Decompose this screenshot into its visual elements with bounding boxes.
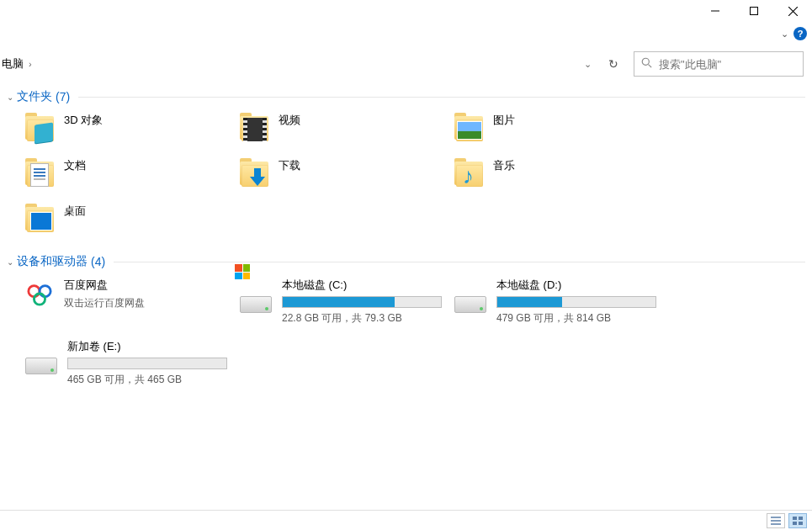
folder-downloads[interactable]: 下载 <box>238 158 453 190</box>
drive-c[interactable]: 本地磁盘 (C:) 22.8 GB 可用，共 79.3 GB <box>238 278 453 326</box>
drive-label: 本地磁盘 (C:) <box>282 278 446 293</box>
usage-bar <box>282 296 442 308</box>
search-icon <box>641 57 652 71</box>
svg-rect-8 <box>799 522 803 525</box>
maximize-button[interactable] <box>735 0 773 22</box>
usage-bar <box>496 296 656 308</box>
drive-e[interactable]: 新加卷 (E:) 465 GB 可用，共 465 GB <box>24 339 238 387</box>
desktop-icon <box>24 204 56 236</box>
drive-subtext: 双击运行百度网盘 <box>64 296 228 310</box>
search-box[interactable] <box>634 51 804 77</box>
drive-label: 百度网盘 <box>64 278 228 293</box>
folder-label: 3D 对象 <box>64 113 103 128</box>
content-area: ⌄ 文件夹 (7) 3D 对象 视频 图片 <box>7 84 805 506</box>
chevron-down-icon: ⌄ <box>7 257 13 267</box>
folder-pictures[interactable]: 图片 <box>453 113 667 145</box>
folder-desktop[interactable]: 桌面 <box>24 204 238 236</box>
drive-usage: 465 GB 可用，共 465 GB <box>67 373 231 387</box>
ribbon-tools: ⌄ ? <box>781 27 807 40</box>
local-disk-icon <box>238 278 273 313</box>
group-divider <box>78 97 805 98</box>
usage-bar-fill <box>497 297 562 307</box>
folder-label: 音乐 <box>493 158 515 173</box>
group-folders-header[interactable]: ⌄ 文件夹 (7) <box>7 89 805 104</box>
pictures-icon <box>453 113 485 145</box>
breadcrumb-separator-icon: › <box>29 59 32 69</box>
chevron-down-icon: ⌄ <box>7 93 13 102</box>
address-dropdown-icon[interactable]: ⌄ <box>584 59 592 70</box>
svg-rect-7 <box>793 522 797 525</box>
close-button[interactable] <box>773 0 812 22</box>
address-bar: 电脑 › ⌄ ↻ <box>0 50 804 77</box>
downloads-icon <box>238 158 270 190</box>
ribbon-collapse-icon[interactable]: ⌄ <box>781 29 788 40</box>
drive-usage: 479 GB 可用，共 814 GB <box>496 311 661 326</box>
svg-rect-5 <box>793 517 797 520</box>
group-folders-count: (7) <box>56 90 70 103</box>
breadcrumb[interactable]: 电脑 › <box>0 56 584 72</box>
breadcrumb-crumb[interactable]: 电脑 <box>2 56 24 72</box>
view-large-icons-button[interactable] <box>788 513 807 528</box>
drives-grid: 百度网盘 双击运行百度网盘 本地磁盘 (C:) 22.8 GB 可用，共 79.… <box>24 278 805 387</box>
folder-label: 桌面 <box>64 204 86 219</box>
status-bar <box>0 510 812 530</box>
documents-icon <box>24 158 56 190</box>
group-divider <box>114 262 805 262</box>
minimize-button[interactable] <box>696 0 735 22</box>
drive-d[interactable]: 本地磁盘 (D:) 479 GB 可用，共 814 GB <box>453 278 667 326</box>
usage-bar-fill <box>283 297 395 307</box>
view-details-button[interactable] <box>767 513 785 528</box>
windows-badge-icon <box>235 264 250 279</box>
folder-music[interactable]: ♪ 音乐 <box>453 158 667 190</box>
baidu-netdisk-icon <box>24 278 56 310</box>
svg-point-4 <box>34 294 45 305</box>
drive-baidu-netdisk[interactable]: 百度网盘 双击运行百度网盘 <box>24 278 238 326</box>
folder-label: 文档 <box>64 158 86 173</box>
group-devices-count: (4) <box>91 255 105 268</box>
refresh-button[interactable]: ↻ <box>602 57 625 71</box>
drive-usage: 22.8 GB 可用，共 79.3 GB <box>282 311 446 326</box>
3d-objects-icon <box>24 113 56 145</box>
videos-icon <box>238 113 270 145</box>
group-devices-header[interactable]: ⌄ 设备和驱动器 (4) <box>7 254 805 269</box>
help-icon[interactable]: ? <box>793 27 807 40</box>
folder-label: 图片 <box>493 113 515 128</box>
local-disk-icon <box>453 278 488 313</box>
group-devices-label: 设备和驱动器 <box>17 254 88 269</box>
folder-videos[interactable]: 视频 <box>238 113 453 145</box>
folder-3d-objects[interactable]: 3D 对象 <box>24 113 238 145</box>
window-controls <box>696 0 812 24</box>
folders-grid: 3D 对象 视频 图片 文档 <box>24 113 805 236</box>
group-folders-label: 文件夹 <box>17 89 52 104</box>
usage-bar <box>67 358 227 369</box>
svg-rect-0 <box>751 8 758 15</box>
folder-label: 下载 <box>279 158 300 173</box>
folder-documents[interactable]: 文档 <box>24 158 238 190</box>
folder-label: 视频 <box>279 113 300 128</box>
svg-point-1 <box>642 58 649 65</box>
drive-label: 本地磁盘 (D:) <box>496 278 661 293</box>
search-input[interactable] <box>659 58 800 71</box>
drive-label: 新加卷 (E:) <box>67 339 231 354</box>
music-icon: ♪ <box>453 158 485 190</box>
svg-rect-6 <box>799 517 803 520</box>
local-disk-icon <box>24 339 59 374</box>
